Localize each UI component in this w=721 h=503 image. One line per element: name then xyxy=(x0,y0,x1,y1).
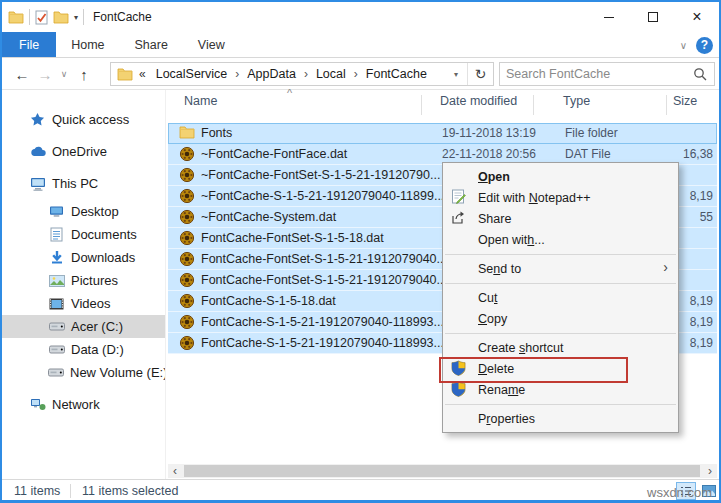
minimize-button[interactable] xyxy=(587,2,631,32)
menu-item-open[interactable]: Open xyxy=(443,166,678,187)
menu-item-label: Rename xyxy=(478,383,525,397)
tab-home[interactable]: Home xyxy=(56,32,119,57)
sidebar-item-this-pc[interactable]: This PC xyxy=(2,172,165,195)
menu-item-label: Create shortcut xyxy=(478,341,563,355)
titlebar-separator xyxy=(29,9,30,25)
sidebar-item-desktop[interactable]: Desktop xyxy=(2,200,165,223)
folder-icon xyxy=(179,125,195,142)
sidebar-item-onedrive[interactable]: OneDrive xyxy=(2,140,165,163)
qat-properties-icon[interactable] xyxy=(35,10,48,25)
menu-item-share[interactable]: Share xyxy=(443,208,678,229)
ribbon-right: ∨ ? xyxy=(680,32,713,58)
share-icon xyxy=(451,210,466,228)
dat-icon xyxy=(179,272,195,291)
sidebar-item-documents[interactable]: Documents xyxy=(2,223,165,246)
breadcrumb-separator-icon[interactable]: › xyxy=(350,67,362,81)
menu-separator xyxy=(443,329,678,337)
search-input[interactable] xyxy=(500,67,693,81)
back-button[interactable]: ← xyxy=(10,63,34,85)
sort-ascending-icon: ^ xyxy=(287,87,292,99)
tab-share[interactable]: Share xyxy=(120,32,183,57)
file-name: ~FontCache-S-1-5-21-1912079040-11899... xyxy=(201,189,444,203)
breadcrumb-separator-icon[interactable]: › xyxy=(300,67,312,81)
breadcrumb-item-local[interactable]: Local xyxy=(312,67,350,81)
tab-view[interactable]: View xyxy=(183,32,240,57)
menu-item-edit-with-notepad[interactable]: Edit with Notepad++ xyxy=(443,187,678,208)
breadcrumb-item-fontcache[interactable]: FontCache xyxy=(362,67,431,81)
dat-icon xyxy=(179,251,195,270)
context-menu: OpenEdit with Notepad++ShareOpen with...… xyxy=(442,162,679,433)
address-folder-icon xyxy=(117,67,133,81)
maximize-button[interactable] xyxy=(631,2,675,32)
breadcrumb-separator-icon[interactable]: › xyxy=(231,67,243,81)
help-icon[interactable]: ? xyxy=(696,37,713,54)
document-icon xyxy=(48,227,65,242)
sidebar-item-videos[interactable]: Videos xyxy=(2,292,165,315)
dat-icon xyxy=(179,146,195,165)
titlebar: ▾ FontCache × xyxy=(2,2,719,32)
pc-icon xyxy=(29,177,46,191)
sidebar-item-quick-access[interactable]: Quick access xyxy=(2,108,165,131)
menu-item-label: Open with... xyxy=(478,233,545,247)
dat-icon xyxy=(179,335,195,354)
file-name: FontCache-S-1-5-21-1912079040-118993... xyxy=(201,336,444,350)
sidebar-item-network[interactable]: Network xyxy=(2,393,165,416)
menu-item-create-shortcut[interactable]: Create shortcut xyxy=(443,337,678,358)
up-button[interactable]: ↑ xyxy=(72,63,96,85)
file-name: FontCache-FontSet-S-1-5-21-1912079040... xyxy=(201,252,447,266)
menu-item-send-to[interactable]: Send to› xyxy=(443,258,678,279)
explorer-window: ▾ FontCache × FileHomeShareView ∨ ? ← → … xyxy=(0,0,721,503)
sidebar-item-label: Desktop xyxy=(71,204,119,219)
tab-file[interactable]: File xyxy=(2,32,56,57)
sidebar-item-label: Documents xyxy=(71,227,137,242)
menu-item-label: Send to xyxy=(478,262,521,276)
sidebar-item-acer-c[interactable]: Acer (C:) xyxy=(2,315,165,338)
maximize-icon xyxy=(648,12,658,22)
menu-item-label: Edit with Notepad++ xyxy=(478,191,591,205)
sidebar-item-new-volume-e[interactable]: New Volume (E:) xyxy=(2,361,165,384)
dat-icon xyxy=(179,314,195,333)
menu-item-properties[interactable]: Properties xyxy=(443,408,678,429)
column-header-name[interactable]: Name xyxy=(184,94,217,116)
table-row[interactable]: Fonts19-11-2018 13:19File folder xyxy=(168,123,717,144)
sidebar-item-data-d[interactable]: Data (D:) xyxy=(2,338,165,361)
breadcrumb-item-appdata[interactable]: AppData xyxy=(243,67,300,81)
column-header-type[interactable]: Type xyxy=(563,94,590,116)
close-button[interactable]: × xyxy=(675,2,719,32)
address-bar[interactable]: « LocalService›AppData›Local›FontCache ▾… xyxy=(110,62,494,86)
column-separator[interactable] xyxy=(421,95,422,115)
scroll-left-icon[interactable]: ‹ xyxy=(168,464,182,478)
file-type: DAT File xyxy=(565,147,611,161)
breadcrumb-prefix[interactable]: « xyxy=(139,67,146,81)
sidebar-item-downloads[interactable]: Downloads xyxy=(2,246,165,269)
menu-item-cut[interactable]: Cut xyxy=(443,287,678,308)
menu-item-open-with[interactable]: Open with... xyxy=(443,229,678,250)
scrollbar-thumb[interactable] xyxy=(184,465,700,477)
refresh-button[interactable]: ↻ xyxy=(467,63,493,85)
close-icon: × xyxy=(692,9,701,25)
forward-button[interactable]: → xyxy=(34,63,56,85)
sidebar-item-pictures[interactable]: Pictures xyxy=(2,269,165,292)
search-icon[interactable] xyxy=(693,67,707,81)
titlebar-left: ▾ FontCache xyxy=(8,2,152,32)
recent-locations-dropdown-icon[interactable]: ∨ xyxy=(56,63,72,85)
sidebar-item-label: Pictures xyxy=(71,273,118,288)
column-header-size[interactable]: Size xyxy=(673,94,697,116)
horizontal-scrollbar[interactable]: ‹ › xyxy=(168,464,717,478)
file-name: FontCache-S-1-5-21-1912079040-118993... xyxy=(201,315,444,329)
sidebar-item-label: Videos xyxy=(71,296,111,311)
menu-item-copy[interactable]: Copy xyxy=(443,308,678,329)
breadcrumb-item-localservice[interactable]: LocalService xyxy=(152,67,232,81)
column-header-date-modified[interactable]: Date modified xyxy=(440,94,517,116)
qat-dropdown-icon[interactable]: ▾ xyxy=(74,13,78,22)
qat-new-folder-icon[interactable] xyxy=(53,10,69,24)
ribbon-collapse-icon[interactable]: ∨ xyxy=(680,40,687,51)
column-separator[interactable] xyxy=(666,95,667,115)
menu-item-label: Share xyxy=(478,212,511,226)
items-selected-count: 11 items selected xyxy=(82,484,178,498)
shield-icon xyxy=(451,381,466,400)
column-separator[interactable] xyxy=(533,95,534,115)
sidebar-item-label: Network xyxy=(52,397,100,412)
scroll-right-icon[interactable]: › xyxy=(703,464,717,478)
address-dropdown-icon[interactable]: ▾ xyxy=(445,70,467,79)
